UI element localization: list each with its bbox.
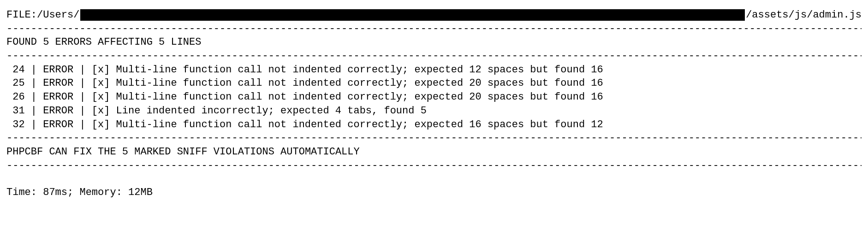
divider: ----------------------------------------…	[6, 49, 862, 63]
error-line-number: 25	[6, 77, 25, 90]
error-line-number: 32	[6, 118, 25, 132]
stats-line: Time: 87ms; Memory: 12MB	[6, 186, 862, 200]
error-text: Multi-line function call not indented co…	[116, 77, 603, 89]
error-message: [x] Line indented incorrectly; expected …	[92, 104, 862, 118]
file-line: FILE: /Users/ /assets/js/admin.js	[6, 8, 862, 22]
column-separator: |	[73, 77, 92, 90]
error-type: ERROR	[43, 63, 73, 77]
file-label: FILE:	[6, 8, 37, 22]
divider: ----------------------------------------…	[6, 131, 862, 145]
fix-marker: [x]	[92, 119, 110, 130]
divider: ----------------------------------------…	[6, 22, 862, 36]
error-line-number: 31	[6, 104, 25, 118]
divider: ----------------------------------------…	[6, 159, 862, 173]
error-type: ERROR	[43, 77, 73, 90]
fix-marker: [x]	[92, 105, 110, 117]
fix-note: PHPCBF CAN FIX THE 5 MARKED SNIFF VIOLAT…	[6, 145, 862, 159]
error-message: [x] Multi-line function call not indente…	[92, 90, 862, 104]
error-row: 32 | ERROR | [x] Multi-line function cal…	[6, 118, 862, 132]
error-row: 26 | ERROR | [x] Multi-line function cal…	[6, 90, 862, 104]
fix-marker: [x]	[92, 64, 110, 76]
error-row: 24 | ERROR | [x] Multi-line function cal…	[6, 63, 862, 77]
file-path-suffix: /assets/js/admin.js	[746, 8, 862, 22]
redacted-path	[80, 9, 745, 21]
error-text: Multi-line function call not indented co…	[116, 119, 603, 130]
phpcs-output: FILE: /Users/ /assets/js/admin.js ------…	[0, 0, 868, 211]
column-separator: |	[25, 63, 43, 77]
error-type: ERROR	[43, 118, 73, 132]
column-separator: |	[73, 118, 92, 132]
error-message: [x] Multi-line function call not indente…	[92, 77, 862, 90]
error-type: ERROR	[43, 104, 73, 118]
column-separator: |	[73, 90, 92, 104]
column-separator: |	[25, 118, 43, 132]
fix-marker: [x]	[92, 91, 110, 103]
column-separator: |	[25, 104, 43, 118]
error-text: Multi-line function call not indented co…	[116, 64, 603, 76]
error-line-number: 24	[6, 63, 25, 77]
column-separator: |	[73, 104, 92, 118]
error-line-number: 26	[6, 90, 25, 104]
fix-marker: [x]	[92, 77, 110, 89]
error-row: 25 | ERROR | [x] Multi-line function cal…	[6, 77, 862, 90]
file-path-prefix: /Users/	[37, 8, 79, 22]
column-separator: |	[73, 63, 92, 77]
error-row: 31 | ERROR | [x] Line indented incorrect…	[6, 104, 862, 118]
error-text: Line indented incorrectly; expected 4 ta…	[116, 105, 427, 117]
column-separator: |	[25, 77, 43, 90]
error-text: Multi-line function call not indented co…	[116, 91, 603, 103]
error-message: [x] Multi-line function call not indente…	[92, 118, 862, 132]
column-separator: |	[25, 90, 43, 104]
error-list: 24 | ERROR | [x] Multi-line function cal…	[6, 63, 862, 131]
error-message: [x] Multi-line function call not indente…	[92, 63, 862, 77]
summary-line: FOUND 5 ERRORS AFFECTING 5 LINES	[6, 35, 862, 49]
error-type: ERROR	[43, 90, 73, 104]
